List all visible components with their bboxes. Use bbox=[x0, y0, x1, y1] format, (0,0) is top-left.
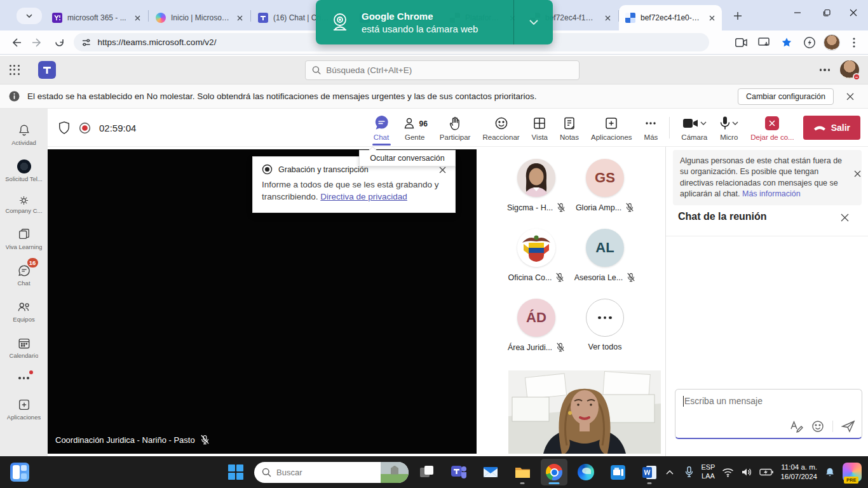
participant-tile[interactable]: AL Asesoria Le... bbox=[571, 229, 639, 282]
tab-close-icon[interactable] bbox=[707, 13, 717, 23]
toolbar-stop-sharing-button[interactable]: Dejar de co... bbox=[747, 110, 797, 146]
chat-panel-close-button[interactable] bbox=[837, 210, 851, 224]
tab-close-icon[interactable] bbox=[602, 13, 613, 23]
tab-close-icon[interactable] bbox=[132, 13, 142, 23]
toolbar-notas-button[interactable]: Notas bbox=[557, 110, 582, 146]
site-permissions-icon[interactable] bbox=[81, 37, 92, 48]
toolbar-mas-button[interactable]: Más bbox=[641, 110, 661, 146]
browser-tab-1[interactable]: microsoft 365 - ... bbox=[46, 5, 147, 30]
taskbar-teams-icon[interactable] bbox=[445, 459, 472, 485]
tray-expand-icon[interactable] bbox=[666, 470, 674, 475]
leave-meeting-button[interactable]: Salir bbox=[803, 116, 860, 140]
sidebar-item-viva-learning[interactable]: Viva Learning bbox=[1, 220, 47, 257]
install-app-icon[interactable] bbox=[755, 34, 773, 51]
camera-in-use-icon[interactable] bbox=[732, 34, 750, 51]
tab-close-icon[interactable] bbox=[234, 13, 245, 23]
sidebar-item-actividad[interactable]: Actividad bbox=[1, 116, 47, 152]
chevron-down-icon[interactable] bbox=[732, 121, 738, 125]
back-button[interactable] bbox=[5, 33, 27, 52]
notice-close-button[interactable] bbox=[851, 167, 864, 180]
emoji-icon[interactable] bbox=[811, 420, 824, 433]
privacy-policy-link[interactable]: Directiva de privacidad bbox=[320, 192, 407, 201]
format-icon[interactable] bbox=[789, 420, 803, 433]
toolbar-participar-button[interactable]: Participar bbox=[437, 110, 474, 146]
window-maximize-button[interactable] bbox=[812, 0, 841, 25]
see-all-participants[interactable]: Ver todos bbox=[571, 299, 639, 351]
self-view-video[interactable] bbox=[508, 370, 661, 454]
task-view-button[interactable] bbox=[414, 459, 440, 485]
minimize-icon bbox=[794, 9, 801, 17]
camera-usage-notification[interactable]: Google Chrome está usando la cámara web bbox=[316, 0, 553, 44]
taskbar-scanner-app-icon[interactable] bbox=[604, 459, 631, 485]
banner-close-button[interactable] bbox=[841, 88, 859, 105]
taskbar-search-box[interactable] bbox=[254, 462, 409, 483]
windows-logo-icon bbox=[228, 464, 243, 480]
app-launcher-button[interactable] bbox=[0, 56, 29, 85]
extension-icon[interactable] bbox=[801, 34, 818, 51]
notification-bell-icon[interactable] bbox=[824, 466, 836, 478]
activity-dot bbox=[29, 370, 33, 374]
tab-separator bbox=[250, 10, 251, 22]
toolbar-aplicaciones-button[interactable]: Aplicaciones bbox=[588, 110, 635, 146]
chrome-profile-avatar[interactable] bbox=[824, 34, 840, 51]
toolbar-chat-button[interactable]: Chat bbox=[370, 110, 393, 146]
toolbar-gente-button[interactable]: 96 Gente bbox=[399, 110, 431, 146]
composer-placeholder: Escriba un mensaje bbox=[684, 396, 763, 407]
new-tab-button[interactable] bbox=[729, 8, 746, 24]
chrome-menu-button[interactable] bbox=[845, 34, 863, 51]
notification-expand-button[interactable] bbox=[513, 0, 553, 44]
toolbar-micro-button[interactable]: Micro bbox=[716, 110, 742, 146]
participant-tile[interactable]: Sigcma - H... bbox=[502, 159, 571, 212]
mic-off-icon bbox=[555, 273, 564, 282]
sidebar-item-equipos[interactable]: Equipos bbox=[1, 293, 47, 329]
toolbar-camara-button[interactable]: Cámara bbox=[678, 110, 710, 146]
person-icon bbox=[402, 116, 417, 131]
teams-search-input[interactable] bbox=[326, 65, 573, 75]
taskbar-word-icon[interactable] bbox=[636, 459, 663, 485]
user-avatar[interactable] bbox=[840, 60, 859, 79]
taskbar-edge-icon[interactable] bbox=[573, 459, 599, 485]
start-button[interactable] bbox=[222, 459, 249, 485]
taskbar-explorer-icon[interactable] bbox=[509, 459, 536, 485]
participant-tile[interactable]: ÁD Área Juridi... bbox=[502, 299, 571, 352]
participant-tile[interactable]: GS Gloria Amp... bbox=[571, 159, 639, 212]
search-icon bbox=[312, 65, 321, 75]
widgets-button[interactable] bbox=[10, 463, 29, 482]
more-info-link[interactable]: Más información bbox=[742, 189, 801, 198]
send-icon[interactable] bbox=[841, 420, 855, 433]
sidebar-more-button[interactable] bbox=[1, 365, 47, 391]
sidebar-item-calendario[interactable]: Calendario bbox=[1, 329, 47, 365]
taskbar-search-input[interactable] bbox=[276, 468, 359, 477]
chevron-down-icon[interactable] bbox=[700, 121, 707, 125]
tab-search-button[interactable] bbox=[17, 8, 42, 24]
battery-charging-icon[interactable] bbox=[759, 468, 773, 476]
sidebar-item-aplicaciones[interactable]: Aplicaciones bbox=[1, 391, 47, 427]
browser-tab-active[interactable]: bef72ec4-f1e0-3... bbox=[619, 5, 722, 30]
change-settings-button[interactable]: Cambiar configuración bbox=[738, 88, 834, 105]
volume-icon[interactable] bbox=[741, 467, 752, 477]
window-minimize-button[interactable] bbox=[783, 0, 812, 25]
sidebar-item-chat[interactable]: 16 Chat bbox=[1, 257, 47, 293]
sidebar-item-solicitud[interactable]: Solicitud Tel... bbox=[1, 152, 47, 189]
toolbar-vista-button[interactable]: Vista bbox=[529, 110, 551, 146]
copilot-icon[interactable]: PRE bbox=[843, 463, 862, 482]
waffle-icon bbox=[10, 65, 20, 75]
toolbar-reaccionar-button[interactable]: Reaccionar bbox=[479, 110, 522, 146]
bookmark-star-icon[interactable] bbox=[778, 34, 796, 51]
forward-button[interactable] bbox=[27, 33, 48, 52]
reload-button[interactable] bbox=[48, 33, 70, 52]
teams-search-box[interactable] bbox=[305, 60, 580, 80]
teams-more-options-button[interactable] bbox=[820, 69, 831, 71]
taskbar-mail-icon[interactable] bbox=[477, 459, 504, 485]
clock[interactable]: 11:04 a. m. 16/07/2024 bbox=[780, 463, 817, 482]
participant-tile[interactable]: Oficina Co... bbox=[502, 229, 571, 282]
browser-tab-2[interactable]: Inicio | Microsof... bbox=[149, 5, 250, 30]
participant-photo-avatar bbox=[517, 159, 555, 197]
message-composer[interactable]: Escriba un mensaje bbox=[675, 389, 862, 439]
tray-mic-icon[interactable] bbox=[684, 466, 694, 478]
language-indicator[interactable]: ESP LAA bbox=[701, 463, 715, 481]
sidebar-item-company[interactable]: Company C... bbox=[1, 189, 47, 220]
taskbar-chrome-icon[interactable] bbox=[541, 459, 567, 485]
wifi-icon[interactable] bbox=[722, 468, 734, 477]
window-close-button[interactable] bbox=[839, 0, 868, 25]
